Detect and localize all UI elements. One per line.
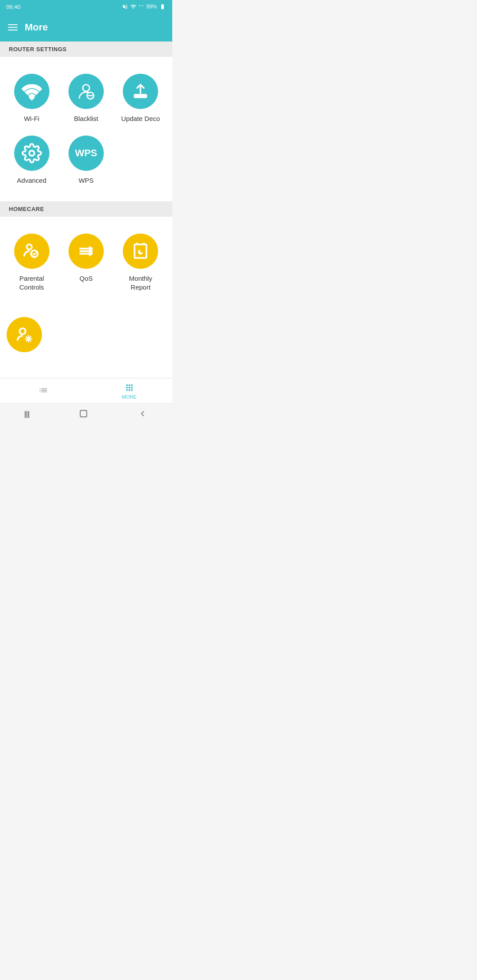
parental-label: ParentalControls — [19, 274, 44, 291]
profile-settings-circle — [7, 317, 42, 352]
qos-item[interactable]: QoS — [59, 229, 113, 299]
blacklist-icon — [76, 81, 96, 102]
nav-more[interactable]: MORE — [86, 383, 172, 400]
update-deco-item[interactable]: Update Deco — [114, 69, 168, 131]
status-bar: 06:40 99% — [0, 0, 172, 13]
wps-circle: WPS — [68, 136, 104, 171]
update-deco-circle — [123, 74, 158, 109]
parental-circle — [14, 234, 49, 269]
parental-icon — [22, 241, 42, 261]
overview-icon — [38, 385, 48, 395]
svg-point-14 — [27, 338, 30, 340]
report-icon — [130, 241, 151, 261]
bottom-nav: MORE — [0, 378, 172, 403]
system-nav-bar — [0, 403, 172, 426]
home-circle-icon — [79, 409, 88, 418]
more-grid-icon — [125, 383, 134, 392]
wifi-label: Wi-Fi — [24, 114, 39, 123]
svg-rect-10 — [135, 245, 147, 258]
parental-controls-item[interactable]: ParentalControls — [4, 229, 59, 299]
update-deco-label: Update Deco — [121, 114, 160, 123]
homecare-header: HOMECARE — [0, 201, 172, 217]
wifi-icon — [22, 81, 42, 102]
wifi-item[interactable]: Wi-Fi — [4, 69, 59, 131]
homecare-grid: ParentalControls QoS Mont — [0, 217, 172, 308]
nav-more-label: MORE — [122, 394, 136, 400]
blacklist-circle — [68, 74, 104, 109]
sys-back-button[interactable] — [138, 409, 148, 420]
svg-rect-15 — [80, 411, 87, 417]
battery-icon — [159, 4, 166, 10]
status-time: 06:40 — [6, 4, 21, 10]
svg-rect-4 — [135, 95, 147, 98]
profile-settings-icon — [14, 324, 34, 345]
monthly-report-circle — [123, 234, 158, 269]
qos-circle — [68, 234, 104, 269]
svg-point-13 — [19, 328, 25, 334]
extra-items-row — [0, 308, 172, 378]
profile-settings-item[interactable] — [4, 313, 44, 366]
nav-overview[interactable] — [0, 385, 86, 397]
sys-recent-button[interactable] — [25, 411, 29, 418]
wps-text-label: WPS — [75, 147, 97, 159]
svg-point-6 — [26, 245, 32, 250]
wifi-status-icon — [130, 4, 136, 10]
battery-text: 99% — [146, 4, 157, 10]
page-title: More — [25, 22, 48, 33]
mute-icon — [122, 4, 128, 10]
router-settings-grid: Wi-Fi Blacklist Update Deco — [0, 57, 172, 201]
monthly-report-label: MonthlyReport — [129, 274, 152, 291]
wps-item[interactable]: WPS WPS — [59, 131, 113, 193]
advanced-label: Advanced — [17, 176, 46, 185]
monthly-report-item[interactable]: MonthlyReport — [114, 229, 168, 299]
status-icons: 99% — [122, 4, 166, 10]
update-icon — [130, 81, 151, 102]
blacklist-item[interactable]: Blacklist — [59, 69, 113, 131]
wps-label: WPS — [79, 176, 94, 185]
top-bar: More — [0, 13, 172, 41]
wifi-circle — [14, 74, 49, 109]
hamburger-menu[interactable] — [8, 24, 18, 30]
back-arrow-icon — [138, 409, 148, 418]
qos-label: QoS — [80, 274, 93, 283]
router-settings-header: ROUTER SETTINGS — [0, 41, 172, 57]
svg-point-5 — [29, 151, 34, 156]
sys-home-button[interactable] — [79, 409, 88, 420]
qos-icon — [76, 241, 96, 261]
advanced-item[interactable]: Advanced — [4, 131, 59, 193]
advanced-circle — [14, 136, 49, 171]
gear-icon — [22, 143, 42, 163]
svg-point-1 — [83, 85, 89, 91]
blacklist-label: Blacklist — [74, 114, 98, 123]
signal-icon — [139, 4, 144, 10]
